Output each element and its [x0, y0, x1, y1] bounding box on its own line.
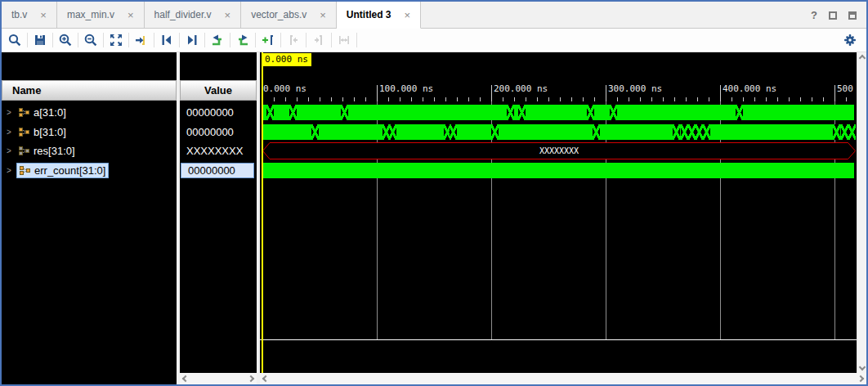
signal-value[interactable]: 00000000	[181, 163, 254, 178]
wave-horizontal-scrollbar[interactable]	[260, 373, 866, 384]
tab-close-icon[interactable]: ×	[405, 10, 411, 20]
ruler-minor-tick	[583, 97, 584, 101]
signal-row-a310[interactable]: >a[31:0]	[2, 105, 177, 120]
add-marker-icon[interactable]	[258, 31, 278, 49]
wave-main-panel: Name Value >a[31:0]>b[31:0]>res[31:0]>er…	[2, 52, 866, 384]
wave-scroll-right-icon[interactable]	[857, 375, 864, 382]
tab-close-icon[interactable]: ×	[225, 10, 231, 20]
expand-arrow-icon[interactable]: >	[7, 128, 16, 137]
toolbar-divider	[154, 33, 154, 47]
ruler-minor-tick	[743, 97, 744, 101]
zoom-in-icon[interactable]	[56, 31, 75, 49]
signal-value: XXXXXXXX	[180, 145, 243, 157]
next-transition-icon[interactable]	[233, 31, 253, 49]
ruler-major-tick	[834, 85, 835, 101]
value-scroll-right-icon[interactable]	[248, 375, 254, 382]
time-cursor-line[interactable]	[262, 52, 263, 373]
wave-res310[interactable]: XXXXXXXX	[262, 142, 856, 163]
swap-cursors-icon[interactable]	[334, 31, 354, 49]
toolbar-divider	[128, 33, 129, 47]
previous-edge-icon[interactable]	[157, 31, 177, 49]
bus-transition-mark	[736, 105, 743, 120]
signal-label-box[interactable]: a[31:0]	[16, 105, 69, 120]
ruler-minor-tick	[800, 97, 801, 101]
ruler-minor-tick	[709, 97, 709, 101]
tab-label: Untitled 3	[347, 9, 391, 20]
value-horizontal-scrollbar[interactable]	[180, 373, 257, 384]
maximize-icon[interactable]	[829, 11, 837, 20]
signal-value: 00000000	[180, 106, 234, 119]
expand-arrow-icon[interactable]: >	[7, 108, 16, 117]
toolbar-divider	[78, 33, 78, 47]
help-icon[interactable]: ?	[811, 9, 817, 21]
scroll-down-icon[interactable]	[859, 364, 866, 370]
bus-transition-mark	[450, 124, 457, 140]
bus-transition-mark	[593, 124, 600, 140]
tab-half-divider-v[interactable]: half_divider.v×	[145, 2, 242, 28]
signal-row-b310[interactable]: >b[31:0]	[2, 124, 177, 140]
wave-b310[interactable]	[262, 124, 854, 140]
ruler-major-tick	[491, 85, 492, 101]
zoom-fit-icon[interactable]	[106, 31, 126, 49]
tab-vector-abs-v[interactable]: vector_abs.v×	[241, 2, 337, 28]
ruler-time-label: 0.000 ns	[263, 83, 306, 94]
signal-row-err_count310[interactable]: >err_count[31:0]	[2, 163, 177, 178]
value-column-header[interactable]: Value	[180, 80, 257, 101]
bus-transition-mark	[289, 105, 297, 120]
signal-label-box[interactable]: res[31:0]	[16, 143, 78, 159]
tab-close-icon[interactable]: ×	[128, 10, 134, 20]
wave-err_count310[interactable]	[262, 163, 854, 178]
ruler-major-tick	[377, 85, 378, 101]
signal-row-res310[interactable]: >res[31:0]	[2, 143, 177, 159]
next-marker-icon[interactable]	[309, 31, 329, 49]
bus-transition-mark	[703, 124, 710, 140]
bus-transition-mark	[507, 105, 514, 120]
ruler-minor-tick	[365, 97, 366, 101]
next-edge-icon[interactable]	[182, 31, 202, 49]
value-row-err_count310[interactable]: 00000000	[180, 163, 257, 178]
expand-arrow-icon[interactable]: >	[7, 166, 16, 175]
ruler-minor-tick	[548, 97, 549, 101]
signal-label-box[interactable]: b[31:0]	[16, 124, 69, 140]
goto-time-icon[interactable]	[132, 31, 151, 49]
float-icon[interactable]	[848, 11, 857, 20]
ruler-time-label: 400.000 ns	[723, 83, 776, 94]
signal-label-box[interactable]: err_count[31:0]	[16, 163, 109, 178]
settings-gear-icon[interactable]	[840, 31, 860, 49]
ruler-minor-tick	[571, 97, 572, 101]
ruler-minor-tick	[651, 97, 652, 101]
tab-untitled-3[interactable]: Untitled 3×	[337, 2, 421, 29]
expand-arrow-icon[interactable]: >	[7, 146, 16, 155]
ruler-minor-tick	[617, 97, 618, 101]
tab-bar: tb.v×max_min.v×half_divider.v×vector_abs…	[2, 2, 866, 29]
scroll-up-icon[interactable]	[859, 55, 866, 61]
value-row-b310[interactable]: 00000000	[180, 124, 257, 140]
toolbar-divider	[356, 33, 357, 47]
ruler-minor-tick	[674, 97, 675, 101]
bus-transition-mark	[688, 124, 696, 140]
previous-transition-icon[interactable]	[208, 31, 227, 49]
tab-close-icon[interactable]: ×	[320, 10, 326, 20]
ruler-minor-tick	[411, 97, 412, 101]
name-value-splitter[interactable]	[177, 52, 180, 384]
previous-marker-icon[interactable]	[284, 31, 303, 49]
search-icon[interactable]	[5, 31, 25, 49]
zoom-out-icon[interactable]	[81, 31, 101, 49]
wave-a310[interactable]	[262, 105, 854, 120]
tab-tb-v[interactable]: tb.v×	[2, 2, 57, 28]
ruler-minor-tick	[732, 97, 732, 101]
toolbar-divider	[230, 33, 230, 47]
tab-close-icon[interactable]: ×	[40, 10, 47, 20]
bus-transition-mark	[518, 105, 526, 120]
tab-label: max_min.v	[67, 9, 114, 20]
ruler-time-label: 500	[837, 83, 853, 94]
wave-scroll-left-icon[interactable]	[262, 375, 269, 382]
value-row-a310[interactable]: 00000000	[180, 105, 257, 120]
save-icon[interactable]	[30, 31, 50, 49]
waveform-canvas[interactable]: 0.000 ns100.000 ns200.000 ns300.000 ns40…	[260, 52, 857, 373]
vertical-scrollbar[interactable]	[857, 52, 866, 373]
name-column-header[interactable]: Name	[2, 80, 177, 101]
tab-max-min-v[interactable]: max_min.v×	[57, 2, 145, 28]
value-scroll-left-icon[interactable]	[182, 375, 189, 382]
value-row-res310[interactable]: XXXXXXXX	[180, 143, 257, 159]
